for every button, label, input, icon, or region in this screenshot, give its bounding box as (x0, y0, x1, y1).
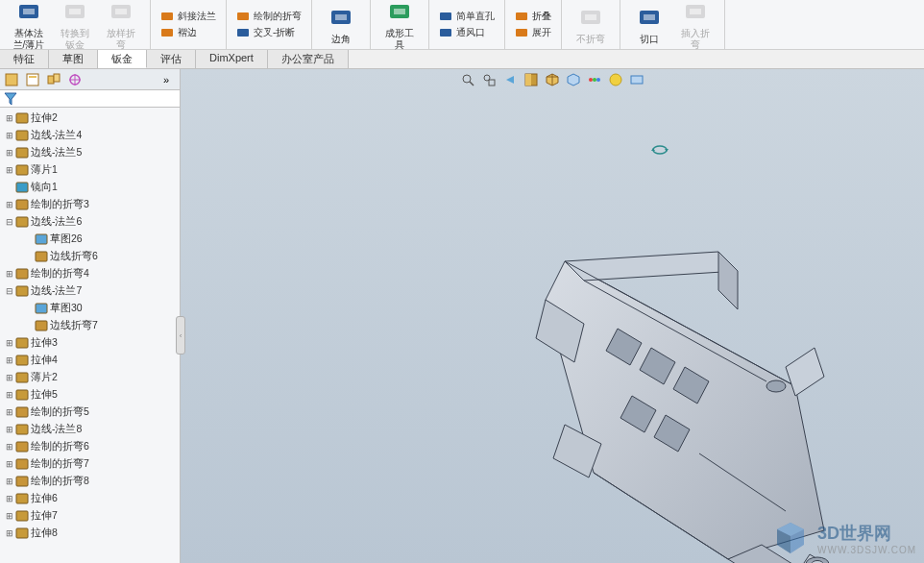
tree-item[interactable]: ⊞绘制的折弯4 (0, 265, 180, 282)
sidebar-expand-icon[interactable]: » (157, 71, 176, 88)
tree-expander[interactable]: ⊞ (4, 355, 15, 366)
feature-icon (15, 215, 29, 229)
feature-icon (15, 354, 29, 367)
tree-item[interactable]: 草图26 (0, 231, 180, 248)
tree-expander[interactable]: ⊞ (4, 406, 15, 418)
tree-item[interactable]: ⊞绘制的折弯3 (0, 196, 180, 213)
tree-item[interactable]: ⊞边线-法兰4 (0, 127, 180, 144)
tree-item[interactable]: ⊟边线-法兰6 (0, 213, 180, 231)
tree-item[interactable]: ⊞拉伸5 (0, 386, 180, 404)
tree-item[interactable]: ⊞绘制的折弯7 (0, 455, 180, 473)
tree-expander[interactable]: ⊞ (4, 199, 15, 210)
view-orientation-icon[interactable] (544, 71, 561, 88)
tree-expander[interactable]: ⊞ (4, 510, 15, 522)
tree-item[interactable]: 镜向1 (0, 179, 180, 196)
forming-tool-button[interactable]: 成形工具 (377, 0, 423, 53)
hem-button[interactable]: 褶边 (158, 25, 218, 40)
section-view-icon[interactable] (523, 71, 540, 88)
dimxpert-manager-icon[interactable] (65, 71, 85, 88)
tree-item[interactable]: ⊞薄片2 (0, 369, 180, 386)
tree-expander[interactable]: ⊞ (4, 147, 15, 159)
sheetmetal-model[interactable] (373, 204, 872, 563)
property-manager-icon[interactable] (23, 71, 42, 88)
display-style-icon[interactable] (565, 71, 582, 88)
tab-evaluate[interactable]: 评估 (147, 50, 196, 68)
corner-button[interactable]: 边角 (318, 3, 364, 47)
rip-button[interactable]: 切口 (626, 3, 672, 47)
ribbon-toolbar: 基体法兰/薄片转换到钣金放样折弯斜接法兰褶边绘制的折弯交叉-折断边角成形工具简单… (0, 0, 924, 50)
prev-view-icon[interactable] (501, 71, 519, 88)
tree-expander[interactable]: ⊞ (4, 130, 15, 141)
tree-item[interactable]: ⊞拉伸3 (0, 334, 180, 352)
tree-label: 边线折弯7 (50, 319, 98, 332)
tree-expander[interactable]: ⊞ (4, 441, 15, 453)
tree-expander[interactable]: ⊞ (4, 493, 15, 504)
tab-features[interactable]: 特征 (0, 50, 49, 68)
vent-button[interactable]: 通风口 (437, 25, 497, 40)
feature-icon (15, 457, 29, 471)
config-manager-icon[interactable] (44, 71, 63, 88)
tree-expander[interactable]: ⊟ (4, 285, 15, 297)
view-settings-icon[interactable] (628, 71, 645, 88)
miter-flange-button[interactable]: 斜接法兰 (158, 9, 218, 24)
tree-filter[interactable] (0, 90, 180, 108)
tree-label: 边线-法兰7 (31, 284, 82, 298)
tree-item[interactable]: ⊞绘制的折弯8 (0, 473, 180, 490)
tree-item[interactable]: ⊞绘制的折弯5 (0, 404, 180, 421)
tree-expander[interactable] (23, 320, 35, 331)
svg-rect-17 (516, 29, 527, 37)
tree-item[interactable]: ⊟边线-法兰7 (0, 282, 180, 300)
feature-manager-icon[interactable] (2, 71, 21, 88)
feature-icon (15, 146, 29, 159)
tree-expander[interactable]: ⊞ (4, 112, 15, 124)
tree-expander[interactable]: ⊞ (4, 337, 15, 349)
svg-rect-53 (16, 477, 28, 486)
simple-hole-button[interactable]: 简单直孔 (437, 9, 497, 24)
tree-expander[interactable]: ⊞ (4, 268, 15, 280)
tab-sketch[interactable]: 草图 (49, 50, 98, 68)
scene-icon[interactable] (607, 71, 624, 88)
tab-office[interactable]: 办公室产品 (268, 50, 349, 68)
tree-item[interactable]: ⊞拉伸2 (0, 110, 180, 127)
zoom-fit-icon[interactable] (459, 71, 476, 88)
lofted-bend-button: 放样折弯 (98, 0, 144, 53)
tree-label: 绘制的折弯5 (31, 405, 89, 419)
hide-show-icon[interactable] (586, 71, 603, 88)
tree-expander[interactable]: ⊟ (4, 216, 15, 228)
tree-item[interactable]: ⊞边线-法兰8 (0, 421, 180, 438)
sketched-bend-button[interactable]: 绘制的折弯 (234, 9, 304, 24)
tree-item[interactable]: ⊞拉伸6 (0, 490, 180, 507)
tree-item[interactable]: 草图30 (0, 300, 180, 317)
base-flange-button[interactable]: 基体法兰/薄片 (6, 0, 52, 53)
tree-expander[interactable]: ⊞ (4, 527, 15, 539)
tree-item[interactable]: ⊞薄片1 (0, 161, 180, 179)
tree-expander[interactable] (23, 233, 35, 245)
tree-expander[interactable]: ⊞ (4, 424, 15, 435)
panel-splitter[interactable]: ‹ (176, 316, 185, 355)
tree-expander[interactable] (4, 182, 15, 193)
tree-item[interactable]: ⊞边线-法兰5 (0, 144, 180, 161)
unfold-button[interactable]: 展开 (513, 25, 553, 40)
tree-expander[interactable]: ⊞ (4, 164, 15, 176)
svg-rect-5 (115, 9, 127, 14)
tab-sheetmetal[interactable]: 钣金 (98, 50, 147, 68)
tree-expander[interactable] (23, 303, 35, 314)
cross-break-button[interactable]: 交叉-折断 (234, 25, 304, 40)
tree-expander[interactable]: ⊞ (4, 458, 15, 470)
tree-item[interactable]: ⊞拉伸4 (0, 352, 180, 369)
tree-expander[interactable]: ⊞ (4, 476, 15, 487)
tree-label: 镜向1 (31, 181, 58, 194)
tree-expander[interactable]: ⊞ (4, 389, 15, 401)
tree-expander[interactable] (23, 251, 35, 262)
3d-viewport[interactable]: ‹ (181, 69, 924, 563)
tree-item[interactable]: 边线折弯6 (0, 248, 180, 265)
tree-item[interactable]: ⊞拉伸7 (0, 507, 180, 525)
fold-button[interactable]: 折叠 (513, 9, 553, 24)
tree-item[interactable]: ⊞绘制的折弯6 (0, 438, 180, 455)
tree-item[interactable]: ⊞拉伸8 (0, 525, 180, 542)
svg-rect-60 (489, 80, 495, 86)
tree-item[interactable]: 边线折弯7 (0, 317, 180, 334)
tab-dimxpert[interactable]: DimXpert (196, 50, 268, 68)
tree-expander[interactable]: ⊞ (4, 372, 15, 383)
zoom-area-icon[interactable] (480, 71, 498, 88)
